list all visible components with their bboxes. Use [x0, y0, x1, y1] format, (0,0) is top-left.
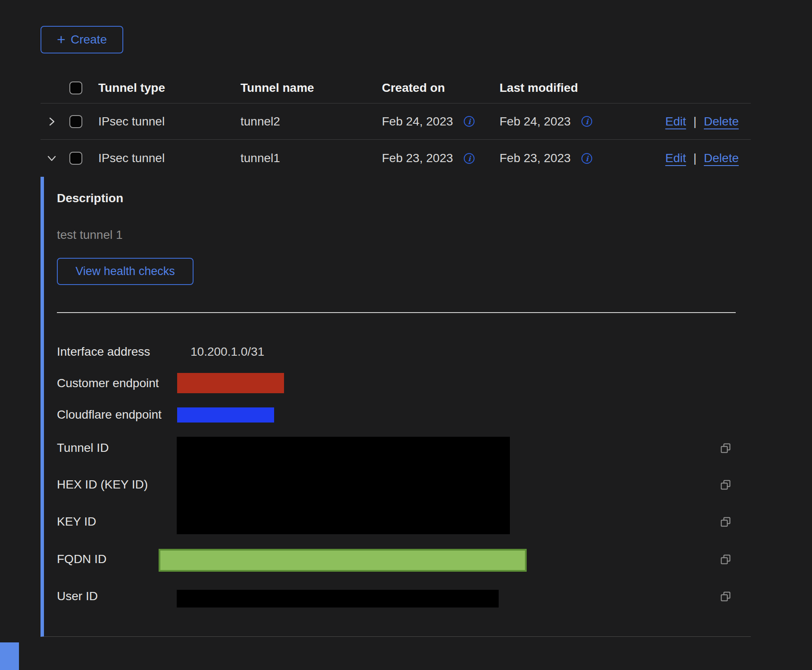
edit-link[interactable]: Edit — [665, 115, 686, 128]
view-health-checks-button[interactable]: View health checks — [57, 258, 194, 285]
column-header-created-on: Created on — [382, 81, 500, 95]
tunnel-type-cell: IPsec tunnel — [98, 151, 240, 165]
svg-text:i: i — [586, 154, 589, 163]
description-label: Description — [57, 191, 123, 205]
tunnels-page: + Create Tunnel type Tunnel name Created… — [0, 0, 812, 670]
panel-divider — [57, 312, 736, 313]
table-row: IPsec tunnel tunnel1 Feb 23, 2023 i Feb … — [41, 140, 751, 177]
last-modified-cell: Feb 24, 2023 — [500, 115, 571, 128]
description-value: test tunnel 1 — [57, 228, 123, 242]
table-header: Tunnel type Tunnel name Created on Last … — [41, 72, 751, 103]
expanded-row-indicator-partial — [0, 642, 19, 670]
tunnel-type-cell: IPsec tunnel — [98, 115, 240, 128]
ids-redacted-value-block — [177, 437, 510, 534]
copy-icon[interactable] — [719, 441, 733, 455]
column-header-tunnel-type: Tunnel type — [98, 81, 240, 95]
info-circle-icon[interactable]: i — [581, 116, 593, 127]
tunnel-id-label: Tunnel ID — [57, 441, 109, 455]
delete-link[interactable]: Delete — [704, 115, 739, 128]
cloudflare-endpoint-redacted-value — [177, 407, 274, 423]
interface-address-label: Interface address — [57, 345, 150, 359]
copy-icon[interactable] — [719, 590, 733, 604]
key-id-label: KEY ID — [57, 515, 96, 529]
user-id-redacted-value — [177, 590, 499, 607]
svg-text:i: i — [468, 154, 472, 163]
row-checkbox[interactable] — [69, 152, 82, 165]
info-circle-icon[interactable]: i — [581, 153, 593, 164]
customer-endpoint-redacted-value — [177, 373, 284, 393]
svg-text:i: i — [468, 117, 472, 126]
expanded-tunnel-panel: Description test tunnel 1 View health ch… — [41, 177, 751, 637]
actions-separator: | — [693, 151, 696, 165]
info-circle-icon[interactable]: i — [463, 153, 475, 164]
created-on-cell: Feb 23, 2023 — [382, 151, 453, 165]
copy-icon[interactable] — [719, 515, 733, 529]
cloudflare-endpoint-label: Cloudflare endpoint — [57, 408, 162, 422]
table-row: IPsec tunnel tunnel2 Feb 24, 2023 i Feb … — [41, 103, 751, 140]
tunnel-name-cell: tunnel1 — [240, 151, 382, 165]
select-all-checkbox[interactable] — [69, 81, 82, 94]
create-button[interactable]: + Create — [41, 26, 123, 53]
chevron-down-icon[interactable] — [46, 152, 58, 164]
tunnel-name-cell: tunnel2 — [240, 115, 382, 128]
column-header-tunnel-name: Tunnel name — [240, 81, 382, 95]
fqdn-id-redacted-value — [159, 549, 527, 572]
plus-icon: + — [57, 32, 66, 47]
info-circle-icon[interactable]: i — [463, 116, 475, 127]
copy-icon[interactable] — [719, 478, 733, 492]
interface-address-value: 10.200.1.0/31 — [191, 345, 264, 359]
row-checkbox[interactable] — [69, 115, 82, 128]
actions-separator: | — [693, 115, 696, 128]
user-id-label: User ID — [57, 589, 98, 603]
create-button-label: Create — [71, 33, 107, 47]
delete-link[interactable]: Delete — [704, 151, 739, 165]
column-header-last-modified: Last modified — [500, 81, 629, 95]
copy-icon[interactable] — [719, 553, 733, 567]
chevron-right-icon[interactable] — [46, 116, 58, 128]
svg-text:i: i — [586, 117, 589, 126]
customer-endpoint-label: Customer endpoint — [57, 376, 159, 390]
hex-id-label: HEX ID (KEY ID) — [57, 478, 148, 492]
edit-link[interactable]: Edit — [665, 151, 686, 165]
created-on-cell: Feb 24, 2023 — [382, 115, 453, 128]
fqdn-id-label: FQDN ID — [57, 552, 106, 566]
last-modified-cell: Feb 23, 2023 — [500, 151, 571, 165]
